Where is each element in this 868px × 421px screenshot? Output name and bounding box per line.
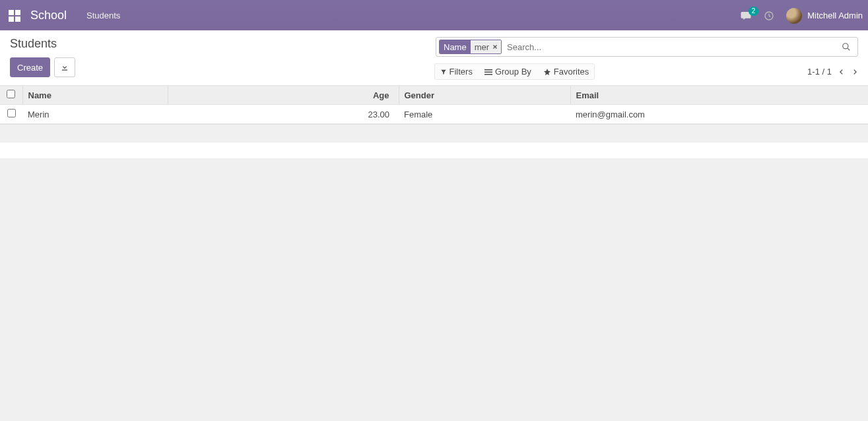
search-options: Filters Group By Favorites xyxy=(434,63,595,80)
blank-strip xyxy=(0,142,868,159)
column-header-age[interactable]: Age xyxy=(168,86,399,105)
column-header-email[interactable]: Email xyxy=(570,86,868,105)
svg-point-1 xyxy=(843,44,848,49)
user-menu[interactable]: Mitchell Admin xyxy=(786,8,863,24)
pager-range[interactable]: 1-1 xyxy=(807,67,820,77)
svg-rect-4 xyxy=(484,74,492,75)
students-table: Name Age Gender Email Merin23.00Femaleme… xyxy=(0,86,868,124)
cell-name: Merin xyxy=(22,105,168,124)
control-panel: Students Create Name mer xyxy=(0,30,868,86)
messaging-icon[interactable]: 2 xyxy=(740,11,752,21)
svg-rect-2 xyxy=(484,69,492,71)
pager-next[interactable] xyxy=(851,67,858,77)
chevron-right-icon xyxy=(851,67,858,77)
search-facet-value: mer xyxy=(475,42,489,52)
activities-icon[interactable] xyxy=(764,11,774,21)
facet-remove-icon[interactable] xyxy=(492,44,498,50)
search-facet: Name mer xyxy=(439,40,502,54)
star-icon xyxy=(543,68,551,76)
avatar xyxy=(786,8,802,24)
cell-email: merin@gmail.com xyxy=(570,105,868,124)
filter-icon xyxy=(440,69,447,75)
row-checkbox[interactable] xyxy=(7,109,16,117)
cell-gender: Female xyxy=(399,105,570,124)
favorites-dropdown[interactable]: Favorites xyxy=(543,67,589,77)
list-view: Name Age Gender Email Merin23.00Femaleme… xyxy=(0,86,868,125)
table-row[interactable]: Merin23.00Femalemerin@gmail.com xyxy=(0,105,868,124)
pager-total: 1 xyxy=(827,67,832,77)
filters-dropdown[interactable]: Filters xyxy=(440,67,473,77)
app-brand[interactable]: School xyxy=(30,9,67,22)
cell-age: 23.00 xyxy=(168,105,399,124)
breadcrumb: Students xyxy=(10,37,434,51)
favorites-label: Favorites xyxy=(554,67,589,77)
column-header-gender[interactable]: Gender xyxy=(399,86,570,105)
navbar: School Students 2 Mitchell Admin xyxy=(0,0,868,30)
list-icon xyxy=(484,69,492,75)
pager-prev[interactable] xyxy=(838,67,845,77)
search-input[interactable] xyxy=(504,38,838,56)
svg-rect-3 xyxy=(484,71,492,73)
select-all-checkbox[interactable] xyxy=(7,90,15,98)
pager: 1-1 / 1 xyxy=(807,67,858,77)
pager-separator: / xyxy=(822,67,825,77)
search-icon[interactable] xyxy=(838,42,855,51)
nav-menu-students[interactable]: Students xyxy=(86,11,120,20)
column-header-name[interactable]: Name xyxy=(22,86,168,105)
create-button[interactable]: Create xyxy=(10,57,50,77)
export-button[interactable] xyxy=(54,57,75,77)
messaging-badge: 2 xyxy=(749,7,759,16)
search-facet-label: Name xyxy=(440,40,471,53)
search-view[interactable]: Name mer xyxy=(436,37,858,57)
chevron-left-icon xyxy=(838,67,845,77)
download-icon xyxy=(60,63,69,72)
apps-icon[interactable] xyxy=(8,9,21,22)
groupby-dropdown[interactable]: Group By xyxy=(484,67,531,77)
user-name: Mitchell Admin xyxy=(807,11,863,20)
groupby-label: Group By xyxy=(495,67,531,77)
filters-label: Filters xyxy=(450,67,473,77)
